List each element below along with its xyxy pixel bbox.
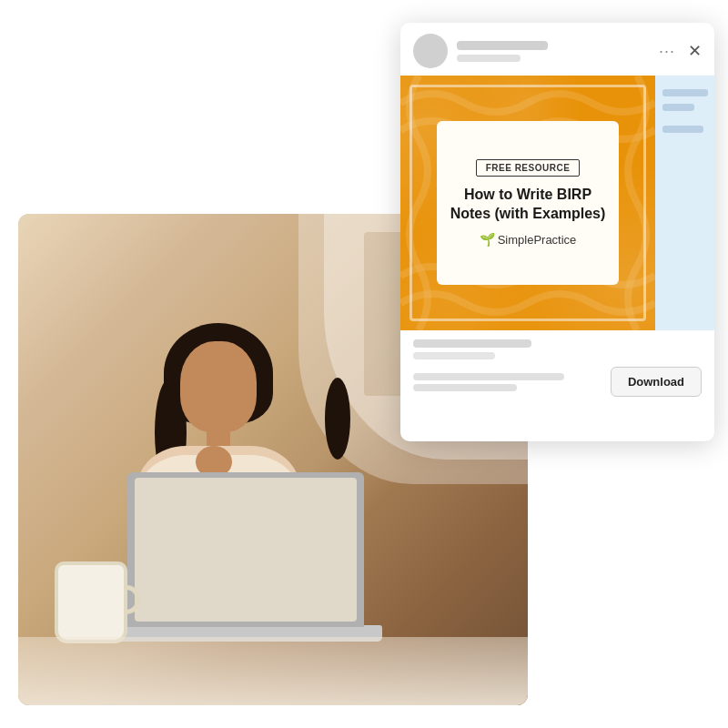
profile-name-line — [457, 41, 548, 50]
close-icon[interactable]: ✕ — [688, 41, 702, 61]
second-card-line-2 — [662, 104, 694, 111]
download-button[interactable]: Download — [611, 367, 702, 397]
person-hair-right — [325, 378, 350, 460]
resource-brand: 🌱 SimplePractice — [480, 232, 577, 247]
second-card-line-1 — [662, 89, 708, 96]
brand-name: SimplePractice — [498, 233, 577, 247]
profile-info — [457, 41, 548, 62]
card-header: ··· ✕ — [400, 23, 714, 76]
resource-card-main: FREE RESOURCE How to Write BIRP Notes (w… — [400, 76, 655, 330]
profile-sub-line — [457, 55, 521, 62]
footer-right-line-1 — [413, 373, 564, 380]
card-carousel: FREE RESOURCE How to Write BIRP Notes (w… — [400, 76, 714, 330]
footer-text-line-2 — [413, 352, 495, 359]
footer-right-line-2 — [413, 384, 517, 391]
footer-lines — [413, 339, 702, 359]
resource-title: How to Write BIRP Notes (with Examples) — [450, 186, 606, 224]
avatar — [413, 34, 448, 68]
person-face — [180, 341, 257, 432]
brand-leaf-icon: 🌱 — [480, 232, 495, 247]
footer-bottom: Download — [413, 367, 702, 397]
more-options-icon[interactable]: ··· — [659, 42, 675, 61]
footer-right-lines — [413, 373, 602, 391]
footer-text-line-1 — [413, 339, 531, 348]
mug — [55, 561, 127, 643]
card-header-right: ··· ✕ — [659, 41, 702, 61]
second-card-peek — [655, 76, 714, 330]
table-surface — [18, 637, 528, 705]
card-footer: Download — [400, 330, 714, 406]
laptop-screen — [135, 478, 357, 622]
card-header-left — [413, 34, 548, 68]
resource-card-inner: FREE RESOURCE How to Write BIRP Notes (w… — [437, 121, 619, 285]
social-media-card: ··· ✕ FREE RESOURCE How t — [400, 23, 714, 441]
second-card-line-3 — [662, 126, 703, 133]
free-resource-badge: FREE RESOURCE — [476, 159, 581, 177]
